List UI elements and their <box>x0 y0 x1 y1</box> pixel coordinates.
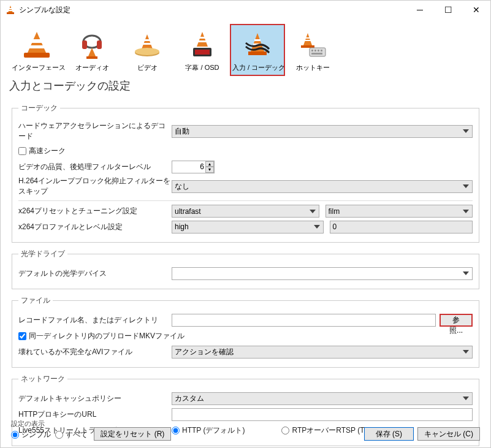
spin-up-icon[interactable]: ▲ <box>205 161 214 167</box>
audio-icon <box>67 28 117 62</box>
svg-rect-26 <box>301 45 314 48</box>
x264preset-combo[interactable]: ultrafast <box>172 205 319 218</box>
input-codecs-icon <box>232 28 283 62</box>
tab-audio[interactable]: オーディオ <box>64 24 120 76</box>
svg-rect-3 <box>9 10 12 11</box>
titlebar: シンプルな設定 ─ ☐ ✕ <box>1 1 490 19</box>
tab-input-codecs[interactable]: 入力 / コーデック <box>230 24 285 76</box>
svg-marker-7 <box>88 48 96 58</box>
svg-rect-2 <box>9 8 12 9</box>
maximize-button[interactable]: ☐ <box>434 1 462 19</box>
window-title: シンプルな設定 <box>19 5 406 15</box>
svg-rect-32 <box>311 53 322 55</box>
svg-rect-27 <box>310 48 325 56</box>
reset-button[interactable]: 設定をリセット (R) <box>94 427 171 441</box>
svg-rect-30 <box>318 50 319 51</box>
svg-point-13 <box>135 48 159 55</box>
close-button[interactable]: ✕ <box>462 1 490 19</box>
svg-marker-23 <box>303 33 312 45</box>
fastseek-checkbox[interactable]: 高速シーク <box>18 146 66 156</box>
group-network-legend: ネットワーク <box>18 374 67 384</box>
tab-label: ビデオ <box>122 63 172 72</box>
h264skip-combo[interactable]: なし <box>172 180 473 193</box>
x264level-input[interactable] <box>330 221 473 233</box>
category-toolbar: インターフェース オーディオ ビデオ 字幕 / OSD 入力 / コーデック ホ… <box>1 19 490 76</box>
svg-rect-29 <box>314 50 316 51</box>
svg-marker-14 <box>197 32 208 47</box>
group-optical-legend: 光学ドライブ <box>18 249 67 259</box>
simple-radio-label: シンプル <box>21 430 51 440</box>
svg-rect-1 <box>7 12 14 14</box>
avi-label: 壊れているか不完全なAVIファイル <box>18 347 172 357</box>
video-icon <box>122 28 172 62</box>
show-settings-label: 設定の表示 <box>11 419 88 428</box>
svg-rect-22 <box>248 51 267 55</box>
preload-mkv-label: 同一ディレクトリ内のプリロードMKVファイル <box>29 331 185 341</box>
preload-mkv-checkbox[interactable]: 同一ディレクトリ内のプリロードMKVファイル <box>18 331 185 341</box>
all-radio[interactable]: すべて <box>55 430 88 440</box>
x264profile-combo[interactable]: high <box>172 221 324 233</box>
x264tune-combo[interactable]: film <box>325 205 473 218</box>
svg-rect-28 <box>311 50 313 51</box>
svg-rect-24 <box>305 37 310 39</box>
simple-radio[interactable]: シンプル <box>11 430 51 440</box>
tab-hotkeys[interactable]: ホットキー <box>285 24 340 76</box>
browse-button[interactable]: 参照... <box>440 314 473 327</box>
cancel-button[interactable]: キャンセル (C) <box>417 427 480 441</box>
h264skip-label: H.264インループブロック化抑止フィルターをスキップ <box>18 176 172 197</box>
x264preset-label: x264プリセットとチューニング設定 <box>18 206 172 216</box>
hwdecode-combo[interactable]: 自動 <box>172 125 473 138</box>
svg-marker-9 <box>142 34 153 49</box>
pp-spinbox[interactable]: ▲▼ <box>172 161 215 173</box>
all-radio-label: すべて <box>66 430 88 440</box>
svg-rect-5 <box>82 40 87 49</box>
group-codec-legend: コーデック <box>18 103 60 113</box>
tab-interface[interactable]: インターフェース <box>9 24 64 76</box>
svg-rect-31 <box>321 50 322 51</box>
app-icon <box>6 5 15 15</box>
svg-rect-11 <box>142 43 152 45</box>
group-file: ファイル レコードファイル名、またはディレクトリ 参照... 同一ディレクトリ内… <box>12 295 479 368</box>
hotkeys-icon <box>287 28 338 62</box>
cache-combo[interactable]: カスタム <box>172 392 473 405</box>
group-file-legend: ファイル <box>18 295 53 306</box>
save-button[interactable]: 保存 (S) <box>364 427 414 441</box>
spin-down-icon[interactable]: ▼ <box>205 167 214 173</box>
tab-label: 入力 / コーデック <box>232 63 283 72</box>
optical-default-combo[interactable] <box>172 267 473 280</box>
tab-subtitles[interactable]: 字幕 / OSD <box>175 24 230 76</box>
tab-label: 字幕 / OSD <box>177 63 227 72</box>
fastseek-label: 高速シーク <box>29 146 66 156</box>
tab-label: ホットキー <box>287 63 338 72</box>
svg-rect-25 <box>305 40 311 41</box>
x264profile-label: x264プロファイルとレベル設定 <box>18 222 172 232</box>
hwdecode-label: ハードウェアアクセラレーションによるデコード <box>18 121 172 142</box>
proxy-label: HTTPプロキシーのURL <box>18 409 172 420</box>
optical-default-label: デフォルトの光学デバイス <box>18 268 172 279</box>
subtitles-icon <box>177 28 227 62</box>
pp-label: ビデオの品質、後処理フィルターレベル <box>18 162 172 172</box>
svg-rect-18 <box>195 50 210 55</box>
minimize-button[interactable]: ─ <box>406 1 434 19</box>
tab-label: インターフェース <box>12 63 62 72</box>
svg-rect-10 <box>143 39 151 41</box>
record-label: レコードファイル名、またはディレクトリ <box>18 315 172 325</box>
cache-label: デフォルトキャッシュポリシー <box>18 393 172 404</box>
avi-combo[interactable]: アクションを確認 <box>172 346 473 359</box>
group-codec: コーデック ハードウェアアクセラレーションによるデコード 自動 高速シーク ビデ… <box>12 103 479 243</box>
group-optical: 光学ドライブ デフォルトの光学デバイス <box>12 249 479 289</box>
svg-rect-20 <box>254 39 261 41</box>
svg-rect-15 <box>199 37 206 39</box>
svg-rect-6 <box>97 40 102 49</box>
svg-rect-16 <box>197 40 207 42</box>
tab-video[interactable]: ビデオ <box>120 24 175 76</box>
show-settings-group: 設定の表示 シンプル すべて <box>11 419 88 441</box>
tab-label: オーディオ <box>67 63 117 72</box>
svg-rect-8 <box>86 56 97 59</box>
page-heading: 入力とコーデックの設定 <box>1 76 490 97</box>
record-input[interactable] <box>172 314 436 327</box>
interface-icon <box>12 28 62 62</box>
